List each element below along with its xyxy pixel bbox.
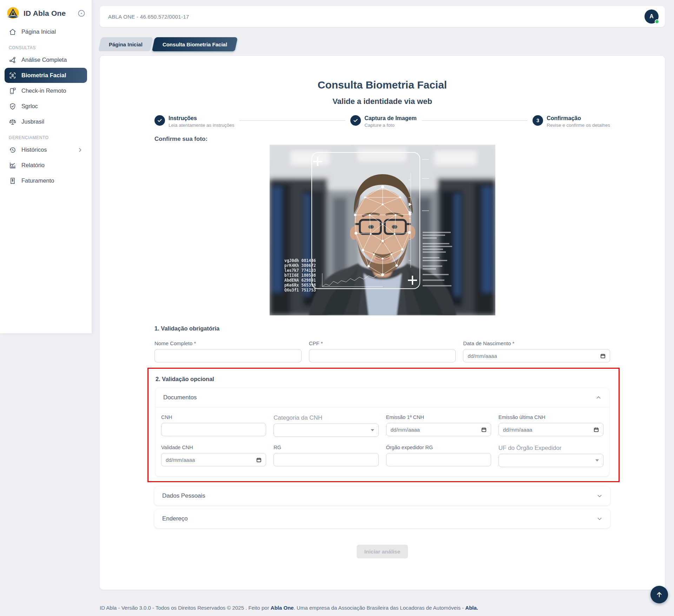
accordion-dados-pessoais-header[interactable]: Dados Pessoais bbox=[154, 486, 610, 505]
sidebar-item-analise-completa[interactable]: Análise Completa bbox=[5, 52, 87, 67]
tab-consulta-biometria-facial[interactable]: Consulta Biometria Facial bbox=[153, 37, 236, 51]
avatar[interactable]: A bbox=[645, 9, 659, 24]
arrow-up-icon bbox=[655, 591, 663, 598]
sidebar: ID Abla One Página Inicial CONSULTAS Aná… bbox=[0, 0, 92, 333]
field-label-uf-orgao-expedidor: UF do Órgão Expedidor bbox=[498, 445, 603, 452]
step-captura: Captura de Imagem Capture a foto bbox=[350, 115, 416, 128]
footer-link-abla-one[interactable]: Abla One bbox=[271, 605, 294, 611]
field-label-nome-completo: Nome Completo * bbox=[154, 340, 302, 346]
date-placeholder: dd/mm/aaaa bbox=[503, 427, 594, 433]
page-subtitle: Valide a identidade via web bbox=[154, 97, 610, 106]
svg-text:Q6u3f1 751753: Q6u3f1 751753 bbox=[284, 288, 316, 293]
sidebar-item-jusbrasil[interactable]: Jusbrasil bbox=[5, 114, 87, 129]
svg-text:pKe6Rx 565398: pKe6Rx 565398 bbox=[284, 283, 316, 288]
emissao-ultima-cnh-date-input[interactable]: dd/mm/aaaa bbox=[498, 423, 603, 436]
sidebar-item-label: Faturamento bbox=[21, 177, 54, 184]
step-3-circle: 3 bbox=[533, 115, 543, 126]
sidebar-item-label: Jusbrasil bbox=[21, 118, 44, 125]
categoria-cnh-select[interactable] bbox=[273, 424, 378, 437]
accordion-documentos: Documentos CNH Categoria da CNH bbox=[156, 388, 609, 476]
receipt-icon bbox=[9, 177, 16, 185]
accordion-title: Documentos bbox=[163, 394, 197, 401]
footer-text: ID Abla - Versão 3.0.0 - Todos os Direit… bbox=[100, 605, 271, 611]
online-status-dot bbox=[655, 19, 659, 24]
home-icon bbox=[9, 28, 16, 36]
step-subtitle: Revise e confirme os detalhes bbox=[547, 123, 610, 128]
accordion-dados-pessoais: Dados Pessoais bbox=[154, 486, 610, 505]
cnh-input[interactable] bbox=[161, 423, 266, 436]
field-label-categoria-cnh: Categoria da CNH bbox=[273, 414, 378, 421]
sidebar-item-checkin-remoto[interactable]: Check-in Remoto bbox=[5, 83, 87, 98]
stepper: Instruções Leia atentamente as instruçõe… bbox=[154, 115, 610, 128]
date-placeholder: dd/mm/aaaa bbox=[166, 457, 256, 463]
svg-text:bTII6E 180598: bTII6E 180598 bbox=[284, 273, 316, 278]
step-2-circle bbox=[350, 115, 361, 126]
select-caret-icon bbox=[371, 429, 374, 431]
footer-text: . Uma empresa da Associação Brasileira d… bbox=[294, 605, 465, 611]
date-placeholder: dd/mm/aaaa bbox=[468, 353, 600, 359]
sidebar-item-pagina-inicial[interactable]: Página Inicial bbox=[5, 24, 87, 39]
sidebar-section-consultas: CONSULTAS bbox=[9, 45, 83, 50]
field-label-emissao-1a-cnh: Emissão 1ª CNH bbox=[386, 414, 491, 420]
step-title: Captura de Imagem bbox=[364, 115, 416, 122]
sidebar-item-biometria-facial[interactable]: Biometria Facial bbox=[5, 68, 87, 83]
date-placeholder: dd/mm/aaaa bbox=[391, 427, 481, 433]
app-title: ID Abla One bbox=[24, 9, 74, 18]
face-recognition-photo: vgJ0dh 081446 prK4Kh 380672 les7k7 77410… bbox=[270, 145, 495, 315]
tab-pagina-inicial[interactable]: Página Inicial bbox=[100, 37, 152, 51]
sidebar-item-relatorio[interactable]: Relatório bbox=[5, 158, 87, 173]
step-instrucoes: Instruções Leia atentamente as instruçõe… bbox=[154, 115, 234, 128]
sidebar-item-sgrloc[interactable]: Sgrloc bbox=[5, 99, 87, 114]
shield-check-icon bbox=[9, 103, 16, 110]
iniciar-analise-button[interactable]: Iniciar análise bbox=[357, 545, 408, 558]
check-icon bbox=[157, 118, 163, 123]
nome-completo-input[interactable] bbox=[154, 349, 302, 362]
accordion-endereco-header[interactable]: Endereço bbox=[154, 509, 610, 528]
calendar-icon bbox=[594, 427, 599, 432]
emissao-1a-cnh-date-input[interactable]: dd/mm/aaaa bbox=[386, 423, 491, 436]
network-icon bbox=[9, 56, 16, 64]
scroll-to-top-button[interactable] bbox=[650, 586, 668, 603]
sidebar-item-label: Check-in Remoto bbox=[21, 87, 66, 94]
chevron-down-icon bbox=[597, 516, 602, 522]
rg-input[interactable] bbox=[273, 453, 378, 466]
sidebar-item-label: Página Inicial bbox=[21, 28, 56, 35]
chevron-down-icon bbox=[597, 493, 602, 499]
orgao-expedidor-rg-input[interactable] bbox=[386, 453, 491, 466]
content-card: Consulta Biometria Facial Valide a ident… bbox=[100, 56, 665, 590]
accordion-documentos-header[interactable]: Documentos bbox=[156, 388, 609, 407]
validade-cnh-date-input[interactable]: dd/mm/aaaa bbox=[161, 453, 266, 466]
tab-label: Página Inicial bbox=[109, 41, 143, 47]
sidebar-item-faturamento[interactable]: Faturamento bbox=[5, 173, 87, 188]
main-area: ABLA ONE - 46.650.572/0001-17 A Página I… bbox=[92, 0, 674, 616]
footer-link-abla[interactable]: Abla. bbox=[465, 605, 478, 611]
sidebar-toggle-button[interactable] bbox=[77, 9, 86, 18]
sidebar-item-historicos[interactable]: Históricos bbox=[5, 142, 87, 157]
history-icon bbox=[9, 146, 16, 154]
uf-orgao-expedidor-select[interactable] bbox=[498, 454, 603, 467]
data-nascimento-date-input[interactable]: dd/mm/aaaa bbox=[463, 349, 610, 362]
sidebar-section-gerenciamento: GERENCIAMENTO bbox=[9, 135, 83, 140]
field-label-orgao-expedidor-rg: Órgão expedidor RG bbox=[386, 445, 491, 450]
sidebar-item-label: Biometria Facial bbox=[21, 72, 66, 79]
accordion-documentos-body: CNH Categoria da CNH Emissão 1ª CNH bbox=[156, 407, 609, 476]
field-label-cpf: CPF * bbox=[309, 340, 456, 346]
sidebar-item-label: Análise Completa bbox=[21, 57, 67, 63]
abla-logo-icon bbox=[6, 6, 20, 20]
footer: ID Abla - Versão 3.0.0 - Todos os Direit… bbox=[100, 605, 665, 611]
chart-icon bbox=[9, 162, 16, 169]
select-caret-icon bbox=[595, 459, 599, 461]
accordion-title: Endereço bbox=[162, 515, 188, 522]
accordion-title: Dados Pessoais bbox=[162, 492, 205, 499]
cpf-input[interactable] bbox=[309, 349, 456, 362]
optional-section-title: 2. Validação opcional bbox=[156, 376, 609, 382]
optional-section-highlight: 2. Validação opcional Documentos CNH bbox=[147, 368, 620, 482]
avatar-initial: A bbox=[649, 13, 654, 20]
step-connector bbox=[422, 120, 528, 121]
field-label-emissao-ultima-cnh: Emissão última CNH bbox=[498, 414, 603, 420]
svg-text:AbdENA 629891: AbdENA 629891 bbox=[284, 278, 316, 283]
svg-text:vgJ0dh 081446: vgJ0dh 081446 bbox=[284, 258, 316, 263]
step-title: Confirmação bbox=[547, 115, 610, 122]
tab-label: Consulta Biometria Facial bbox=[163, 41, 227, 47]
device-check-icon bbox=[9, 87, 16, 95]
